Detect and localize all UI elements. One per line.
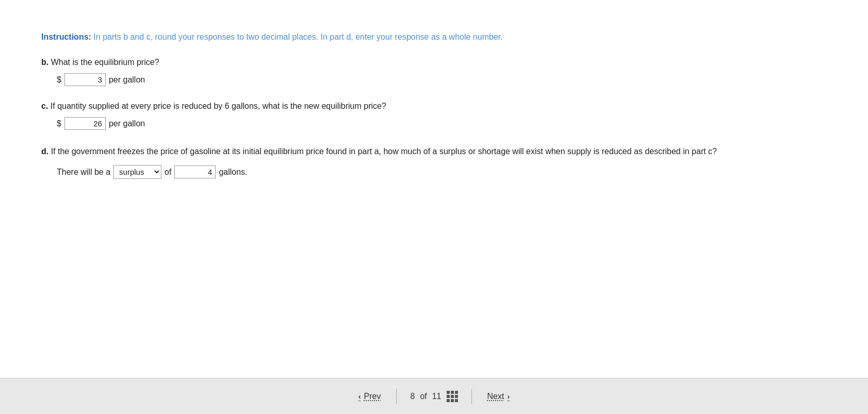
page-info: 8 of 11 — [402, 391, 466, 402]
question-d-unit: gallons. — [219, 168, 247, 177]
question-b-input[interactable] — [64, 73, 106, 86]
question-c-letter: c. — [41, 102, 48, 110]
page-current: 8 — [410, 392, 415, 401]
footer-nav: ‹ Prev 8 of 11 Next › — [0, 378, 868, 414]
nav-separator-2 — [471, 389, 472, 404]
question-c-input[interactable] — [64, 117, 106, 130]
question-d-block: d. If the government freezes the price o… — [41, 145, 827, 179]
prev-label: Prev — [364, 392, 381, 401]
prev-button[interactable]: ‹ Prev — [348, 387, 391, 406]
prev-chevron-icon: ‹ — [358, 392, 361, 401]
question-d-answer-row: There will be a surplus shortage of gall… — [57, 165, 827, 179]
question-c-text: If quantity supplied at every price is r… — [51, 102, 386, 110]
question-d-prefix: There will be a — [57, 168, 110, 177]
question-b-text: What is the equilibrium price? — [51, 58, 159, 67]
question-b-unit: per gallon — [109, 75, 145, 85]
question-c-label: c. If quantity supplied at every price i… — [41, 102, 827, 111]
nav-separator — [396, 389, 397, 404]
question-c-answer-row: $ per gallon — [57, 117, 827, 130]
question-d-letter: d. — [41, 147, 48, 156]
instructions-label: Instructions: — [41, 32, 91, 41]
question-b-answer-row: $ per gallon — [57, 73, 827, 86]
main-content: Instructions: In parts b and c, round yo… — [0, 0, 868, 378]
instructions-text: In parts b and c, round your responses t… — [93, 32, 502, 41]
grid-icon — [447, 391, 458, 402]
page-total: 11 — [432, 392, 441, 401]
question-c-unit: per gallon — [109, 119, 145, 128]
question-c-block: c. If quantity supplied at every price i… — [41, 102, 827, 130]
next-button[interactable]: Next › — [477, 387, 520, 406]
question-d-text: If the government freezes the price of g… — [51, 147, 717, 156]
question-b-letter: b. — [41, 58, 48, 67]
question-c-dollar: $ — [57, 119, 61, 128]
question-d-of: of — [165, 168, 171, 177]
question-b-label: b. What is the equilibrium price? — [41, 58, 827, 67]
next-label: Next — [487, 392, 504, 401]
page-of-text: of — [420, 392, 427, 401]
question-d-dropdown[interactable]: surplus shortage — [113, 165, 161, 179]
question-b-block: b. What is the equilibrium price? $ per … — [41, 58, 827, 86]
question-d-label: d. If the government freezes the price o… — [41, 145, 827, 158]
question-b-dollar: $ — [57, 75, 61, 85]
instructions-block: Instructions: In parts b and c, round yo… — [41, 31, 827, 43]
question-d-input[interactable] — [174, 165, 216, 178]
next-chevron-icon: › — [507, 392, 510, 401]
